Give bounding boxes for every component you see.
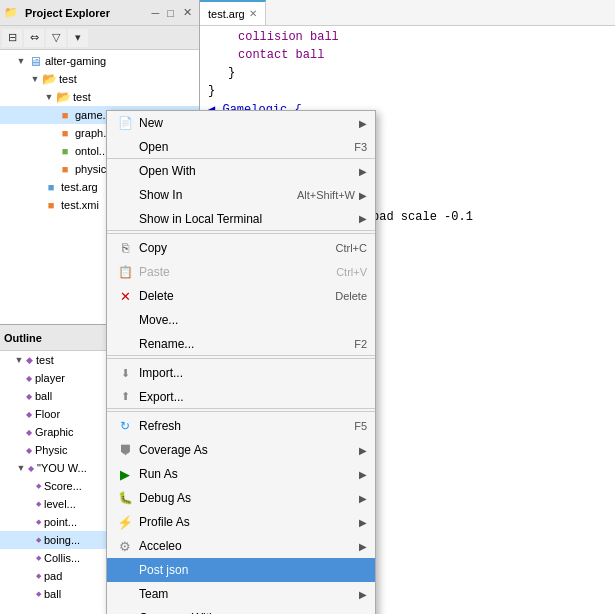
menu-label: Debug As [139,491,355,505]
submenu-arrow: ▶ [359,166,367,177]
menu-shortcut: Delete [335,290,367,302]
menu-item-acceleo[interactable]: ⚙ Acceleo ▶ [107,534,375,558]
menu-label: Coverage As [139,443,355,457]
menu-item-team[interactable]: Team ▶ [107,582,375,606]
coverage-icon: ⛊ [115,440,135,460]
menu-shortcut: F3 [354,141,367,153]
rename-icon [115,334,135,354]
menu-item-open-with[interactable]: Open With ▶ [107,159,375,183]
menu-label: Paste [139,265,328,279]
menu-item-export[interactable]: ⬆ Export... [107,385,375,409]
menu-label: Team [139,587,355,601]
menu-item-compare-with[interactable]: Compare With ▶ [107,606,375,614]
menu-shortcut: Ctrl+V [336,266,367,278]
menu-item-post-json[interactable]: Post json [107,558,375,582]
post-json-icon [115,560,135,580]
menu-item-new[interactable]: 📄 New ▶ [107,111,375,135]
menu-separator [107,233,375,234]
open-with-icon [115,161,135,181]
menu-label: Copy [139,241,328,255]
menu-label: Import... [139,366,367,380]
menu-item-run-as[interactable]: ▶ Run As ▶ [107,462,375,486]
menu-label: Acceleo [139,539,355,553]
menu-item-profile-as[interactable]: ⚡ Profile As ▶ [107,510,375,534]
menu-item-rename[interactable]: Rename... F2 [107,332,375,356]
debug-icon: 🐛 [115,488,135,508]
submenu-arrow: ▶ [359,517,367,528]
new-icon: 📄 [115,113,135,133]
menu-item-delete[interactable]: ✕ Delete Delete [107,284,375,308]
menu-item-open[interactable]: Open F3 [107,135,375,159]
refresh-icon: ↻ [115,416,135,436]
run-icon: ▶ [115,464,135,484]
submenu-arrow: ▶ [359,445,367,456]
menu-item-import[interactable]: ⬇ Import... [107,361,375,385]
compare-icon [115,608,135,614]
context-menu-overlay: 📄 New ▶ Open F3 Open With ▶ Show In Alt+… [0,0,615,614]
menu-label: Refresh [139,419,346,433]
menu-label: New [139,116,355,130]
submenu-arrow: ▶ [359,190,367,201]
submenu-arrow: ▶ [359,469,367,480]
menu-item-debug-as[interactable]: 🐛 Debug As ▶ [107,486,375,510]
submenu-arrow: ▶ [359,589,367,600]
menu-item-refresh[interactable]: ↻ Refresh F5 [107,414,375,438]
menu-label: Delete [139,289,327,303]
menu-shortcut: Ctrl+C [336,242,367,254]
submenu-arrow: ▶ [359,493,367,504]
delete-icon: ✕ [115,286,135,306]
export-icon: ⬆ [115,387,135,407]
menu-item-move[interactable]: Move... [107,308,375,332]
menu-label: Profile As [139,515,355,529]
menu-label: Move... [139,313,367,327]
menu-item-show-in[interactable]: Show In Alt+Shift+W ▶ [107,183,375,207]
menu-separator [107,411,375,412]
menu-shortcut: F5 [354,420,367,432]
menu-item-paste[interactable]: 📋 Paste Ctrl+V [107,260,375,284]
import-icon: ⬇ [115,363,135,383]
menu-shortcut: Alt+Shift+W [297,189,355,201]
team-icon [115,584,135,604]
menu-label: Rename... [139,337,346,351]
menu-label: Show In [139,188,289,202]
submenu-arrow: ▶ [359,213,367,224]
show-local-icon [115,209,135,229]
acceleo-icon: ⚙ [115,536,135,556]
copy-icon: ⎘ [115,238,135,258]
app-window: 📁 Project Explorer ─ □ ✕ ⊟ ⇔ ▽ ▾ ▼ 🖥 alt… [0,0,615,614]
menu-label: Show in Local Terminal [139,212,355,226]
menu-label: Post json [139,563,367,577]
menu-label: Run As [139,467,355,481]
menu-shortcut: F2 [354,338,367,350]
menu-label: Export... [139,390,367,404]
menu-separator [107,358,375,359]
move-icon [115,310,135,330]
menu-label: Open With [139,164,355,178]
submenu-arrow: ▶ [359,541,367,552]
menu-item-copy[interactable]: ⎘ Copy Ctrl+C [107,236,375,260]
profile-icon: ⚡ [115,512,135,532]
context-menu: 📄 New ▶ Open F3 Open With ▶ Show In Alt+… [106,110,376,614]
submenu-arrow: ▶ [359,118,367,129]
menu-item-show-local[interactable]: Show in Local Terminal ▶ [107,207,375,231]
menu-label: Open [139,140,346,154]
paste-icon: 📋 [115,262,135,282]
menu-item-coverage[interactable]: ⛊ Coverage As ▶ [107,438,375,462]
open-icon [115,137,135,157]
show-in-icon [115,185,135,205]
